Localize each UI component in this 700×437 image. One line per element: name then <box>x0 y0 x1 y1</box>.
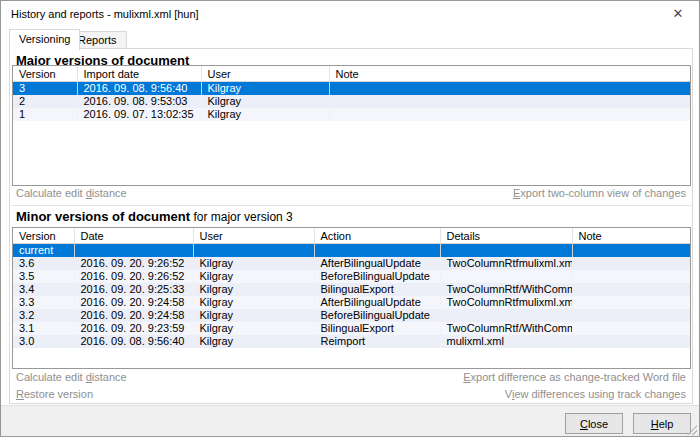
tab-versioning[interactable]: Versioning <box>9 29 80 50</box>
col-note: Note <box>572 228 690 244</box>
link-restore-version[interactable]: Restore version <box>16 388 93 402</box>
link-calculate-edit-distance-minor[interactable]: Calculate edit distance <box>16 371 127 385</box>
table-row[interactable]: 3.2 2016. 09. 20. 9:24:58 Kilgray Before… <box>13 309 690 322</box>
section-divider <box>11 205 691 206</box>
table-row[interactable]: 2 2016. 09. 08. 9:53:03 Kilgray <box>13 95 690 108</box>
col-version: Version <box>13 66 77 82</box>
table-row[interactable]: 3.0 2016. 09. 08. 9:56:40 Kilgray Reimpo… <box>13 335 690 348</box>
titlebar: History and reports - mulixml.xml [hun] … <box>1 1 699 27</box>
col-import-date: Import date <box>77 66 201 82</box>
table-row[interactable]: 3.4 2016. 09. 20. 9:25:33 Kilgray Biling… <box>13 283 690 296</box>
table-row[interactable]: 3 2016. 09. 08. 9:56:40 Kilgray <box>13 82 690 96</box>
minor-table-header: Version Date User Action Details Note <box>13 228 690 244</box>
link-calculate-edit-distance-major[interactable]: Calculate edit distance <box>16 187 127 201</box>
link-view-differences-track-changes[interactable]: View differences using track changes <box>505 388 686 402</box>
minor-versions-heading: Minor versions of document for major ver… <box>16 209 293 224</box>
close-button[interactable]: Close <box>565 413 623 434</box>
table-row[interactable]: current <box>13 244 690 258</box>
dialog-footer: Close Help <box>1 405 699 437</box>
link-export-difference-word-file[interactable]: Export difference as change-tracked Word… <box>463 371 686 385</box>
link-export-two-column-view[interactable]: Export two-column view of changes <box>513 187 686 201</box>
tab-page-versioning: Major versions of document Version Impor… <box>9 48 693 404</box>
col-version: Version <box>13 228 74 244</box>
window-title: History and reports - mulixml.xml [hun] <box>11 8 199 20</box>
col-date: Date <box>74 228 193 244</box>
minor-versions-table: Version Date User Action Details Note cu… <box>12 227 691 369</box>
major-table-header: Version Import date User Note <box>13 66 690 82</box>
history-and-reports-dialog: History and reports - mulixml.xml [hun] … <box>0 0 700 437</box>
col-user: User <box>193 228 314 244</box>
window-close-icon[interactable]: ✕ <box>657 1 699 27</box>
col-note: Note <box>329 66 690 82</box>
table-row[interactable]: 3.6 2016. 09. 20. 9:26:52 Kilgray AfterB… <box>13 257 690 270</box>
table-row[interactable]: 3.5 2016. 09. 20. 9:26:52 Kilgray Before… <box>13 270 690 283</box>
col-user: User <box>201 66 329 82</box>
table-row[interactable]: 3.1 2016. 09. 20. 9:23:59 Kilgray Biling… <box>13 322 690 335</box>
col-action: Action <box>314 228 440 244</box>
help-button[interactable]: Help <box>633 413 691 434</box>
table-row[interactable]: 3.3 2016. 09. 20. 9:24:58 Kilgray AfterB… <box>13 296 690 309</box>
col-details: Details <box>440 228 572 244</box>
table-row[interactable]: 1 2016. 09. 07. 13:02:35 Kilgray <box>13 108 690 121</box>
major-versions-table: Version Import date User Note 3 2016. 09… <box>12 65 691 186</box>
